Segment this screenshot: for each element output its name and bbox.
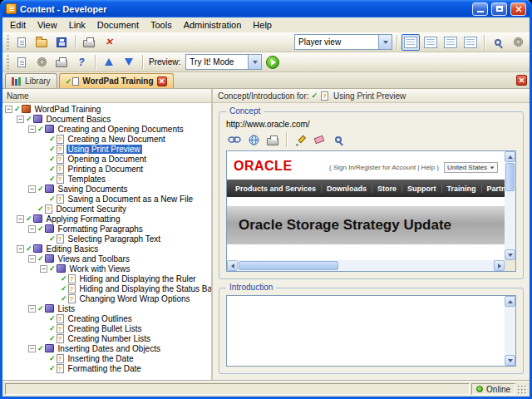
move-up-button[interactable] [100,54,118,71]
maximize-button[interactable] [491,2,507,16]
tree-item[interactable]: −✓Creating and Opening Documents [2,124,211,134]
properties-button[interactable] [32,54,51,71]
tree-item[interactable]: −✓WordPad Training [2,104,211,114]
edit-button[interactable] [292,132,308,147]
tree-item[interactable]: −✓Document Basics [2,114,211,124]
move-down-button[interactable] [120,54,138,71]
scroll-left-button[interactable] [227,260,238,271]
help-button[interactable]: ? [72,54,91,71]
web-nav-item[interactable]: Store [372,185,401,193]
scroll-down-button[interactable] [505,249,515,260]
intro-vertical-scrollbar[interactable] [505,296,515,366]
concept-url[interactable]: http://www.oracle.com/ [226,120,516,129]
tree-collapse-icon[interactable]: − [17,215,24,223]
scroll-down-button[interactable] [505,355,515,366]
web-nav-item[interactable]: Training [441,185,481,193]
new-document-button[interactable] [12,34,31,51]
tree-item[interactable]: ✓?Selecting Paragraph Text [2,234,211,244]
tree-item[interactable]: −✓Lists [2,303,211,313]
menu-view[interactable]: View [32,18,63,32]
tree-collapse-icon[interactable]: − [28,185,36,193]
tree-item[interactable]: ✓?Saving a Document as a New File [2,194,211,204]
close-pane-button[interactable] [516,75,527,86]
combo-arrow-button[interactable] [378,35,392,49]
player-view-toggle[interactable] [401,34,420,51]
combo-arrow-button[interactable] [248,55,261,69]
tree-item[interactable]: ✓?Creating a New Document [2,134,211,144]
menu-link[interactable]: Link [63,18,91,32]
split-view-toggle[interactable] [461,34,480,51]
tree-item[interactable]: ✓?Formatting the Date [2,363,211,373]
tab-library[interactable]: Library [5,73,57,88]
print-button[interactable] [80,34,98,51]
tree-collapse-icon[interactable]: − [28,345,36,352]
region-selector[interactable]: United States [444,162,498,173]
preview-mode-combo[interactable]: Try It! Mode [185,54,262,70]
scroll-up-button[interactable] [505,151,515,162]
tree-item[interactable]: ✓?Creating Outlines [2,313,211,323]
resize-grip[interactable] [517,385,527,395]
introduction-text-area[interactable] [226,295,516,367]
save-button[interactable] [52,34,71,51]
document-button[interactable] [12,54,31,71]
player-view-combo[interactable]: Player view [294,34,392,50]
web-nav-item[interactable]: Products and Services [230,185,321,193]
tab-wordpad-training[interactable]: ✓ WordPad Training [59,73,174,88]
tree-collapse-icon[interactable]: − [28,126,36,133]
tree-collapse-icon[interactable]: − [17,116,24,123]
scroll-thumb[interactable] [239,261,338,270]
details-view-toggle[interactable] [441,34,460,51]
tree-item[interactable]: ✓?Inserting the Date [2,353,211,363]
tree-collapse-icon[interactable]: − [28,305,36,313]
tree-item[interactable]: −✓Work with Views [2,264,211,273]
clear-button[interactable] [311,132,328,147]
tree-item[interactable]: −✓Editing Basics [2,244,211,254]
tree-column-header[interactable]: Name [2,89,211,103]
preview-play-button[interactable] [264,54,282,71]
tree-item[interactable]: −✓Inserting Dates and Objects [2,343,211,353]
link-button[interactable] [226,132,243,147]
menu-tools[interactable]: Tools [145,18,178,32]
tree-item[interactable]: ✓?Hiding and Displaying the Status Bar [2,283,211,293]
tree-item[interactable]: −✓Views and Toolbars [2,254,211,264]
print-concept-button[interactable] [264,132,281,147]
tree-item[interactable]: −✓Saving Documents [2,184,211,194]
tree-item[interactable]: ✓?Hiding and Displaying the Ruler [2,273,211,283]
tree-item[interactable]: ✓?Printing a Document [2,164,211,174]
web-nav-item[interactable]: Support [401,185,441,193]
web-banner[interactable]: Oracle Storage Strategy Update [227,206,505,244]
tree-collapse-icon[interactable]: − [17,245,24,253]
scroll-thumb[interactable] [505,163,515,191]
tree-item[interactable]: ✓?Changing Word Wrap Options [2,293,211,303]
outline-view-toggle[interactable] [421,34,440,51]
minimize-button[interactable] [472,2,488,16]
tree-item[interactable]: ✓?Document Security [2,204,211,214]
menu-edit[interactable]: Edit [4,18,32,32]
open-button[interactable] [32,34,51,51]
preview-concept-button[interactable] [330,132,347,147]
tree-collapse-icon[interactable]: − [5,106,12,113]
toolbar-grip[interactable] [7,55,9,70]
tree-item[interactable]: −✓Formatting Paragraphs [2,224,211,234]
find-button[interactable] [489,34,507,51]
web-vertical-scrollbar[interactable] [505,151,515,260]
scroll-up-button[interactable] [505,296,515,307]
tree-collapse-icon[interactable]: − [28,255,36,263]
settings-button[interactable] [509,34,527,51]
tree-item[interactable]: −✓Applying Formatting [2,214,211,224]
tree-item[interactable]: ✓?Creating Bullet Lists [2,323,211,333]
tree-item[interactable]: ✓?Templates [2,174,211,184]
tree-item[interactable]: ✓?Using Print Preview [2,144,211,154]
tree-collapse-icon[interactable]: − [28,225,36,233]
toolbar-grip[interactable] [7,35,9,50]
web-nav-item[interactable]: Downloads [321,185,372,193]
scroll-right-button[interactable] [494,260,505,271]
tree-item[interactable]: ✓?Creating Number Lists [2,333,211,343]
web-nav-item[interactable]: Partners [481,185,505,193]
close-tab-button[interactable] [157,76,167,86]
signin-links[interactable]: ( Sign In/Register for Account | Help ) [329,164,439,171]
print-preview-button[interactable] [52,54,71,71]
menu-help[interactable]: Help [247,18,278,32]
menu-administration[interactable]: Administration [178,18,248,32]
menu-document[interactable]: Document [91,18,145,32]
